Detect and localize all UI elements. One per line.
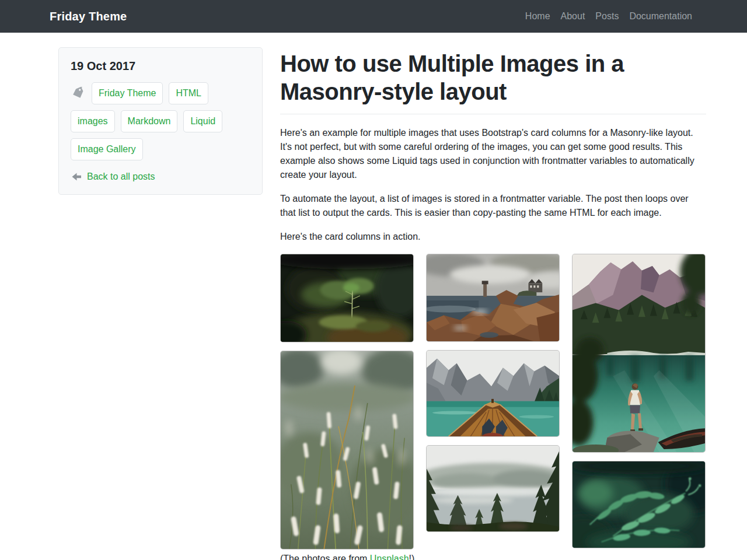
post-meta-card: 19 Oct 2017 Friday Theme HTML images Mar… bbox=[58, 47, 263, 195]
title-divider bbox=[280, 114, 706, 114]
navbar: Friday Theme Home About Posts Documentat… bbox=[0, 0, 747, 33]
back-to-posts-link[interactable]: Back to all posts bbox=[87, 172, 155, 182]
image-gallery bbox=[280, 254, 706, 550]
tag-images[interactable]: images bbox=[71, 110, 115, 132]
paragraph-2: To automate the layout, a list of images… bbox=[280, 192, 706, 220]
photo-rocky-coast[interactable] bbox=[426, 254, 560, 342]
gallery-column-3 bbox=[572, 254, 706, 550]
tag-friday-theme[interactable]: Friday Theme bbox=[92, 82, 163, 104]
tag-list: Friday Theme HTML images Markdown Liquid… bbox=[71, 82, 250, 160]
forest-sapling-image bbox=[281, 254, 413, 342]
back-arrow-icon bbox=[71, 171, 82, 183]
nav-links: Home About Posts Documentation bbox=[520, 11, 697, 22]
tag-image-gallery[interactable]: Image Gallery bbox=[71, 138, 143, 160]
gallery-column-1 bbox=[280, 254, 414, 550]
photo-forest-sapling[interactable] bbox=[280, 254, 414, 342]
paragraph-3: Here's the card columns in action. bbox=[280, 230, 706, 244]
photo-caption: (The photos are from Unsplash!) bbox=[280, 552, 706, 560]
post-date: 19 Oct 2017 bbox=[71, 60, 250, 73]
photo-fern[interactable] bbox=[572, 461, 706, 548]
photo-boat-lake[interactable] bbox=[426, 350, 560, 437]
page-title: How to use Multiple Images in a Masonry-… bbox=[280, 50, 706, 106]
tag-html[interactable]: HTML bbox=[169, 82, 208, 104]
brand-link[interactable]: Friday Theme bbox=[50, 10, 127, 23]
lake-person-image bbox=[573, 254, 705, 452]
nav-link-documentation[interactable]: Documentation bbox=[624, 6, 697, 26]
caption-suffix: !) bbox=[409, 554, 415, 560]
fern-image bbox=[573, 461, 705, 548]
sidebar: 19 Oct 2017 Friday Theme HTML images Mar… bbox=[50, 47, 271, 195]
photo-foggy-lake[interactable] bbox=[426, 445, 560, 532]
paragraph-1: Here's an example for multiple images th… bbox=[280, 126, 706, 182]
tag-icon bbox=[71, 86, 86, 101]
back-link-row: Back to all posts bbox=[71, 171, 250, 183]
caption-prefix: (The photos are from bbox=[280, 554, 370, 560]
tag-liquid[interactable]: Liquid bbox=[183, 110, 222, 132]
rocky-coast-image bbox=[427, 254, 559, 341]
tag-markdown[interactable]: Markdown bbox=[121, 110, 178, 132]
boat-lake-image bbox=[427, 351, 559, 436]
article: How to use Multiple Images in a Masonry-… bbox=[271, 47, 715, 560]
unsplash-link[interactable]: Unsplash bbox=[370, 554, 409, 560]
photo-meadow-grass[interactable] bbox=[280, 351, 414, 550]
nav-link-home[interactable]: Home bbox=[520, 6, 556, 26]
meadow-grass-image bbox=[281, 351, 413, 549]
foggy-lake-image bbox=[427, 446, 559, 531]
gallery-column-2 bbox=[426, 254, 560, 550]
photo-lake-person[interactable] bbox=[572, 254, 706, 453]
nav-link-about[interactable]: About bbox=[556, 6, 591, 26]
nav-link-posts[interactable]: Posts bbox=[590, 6, 624, 26]
